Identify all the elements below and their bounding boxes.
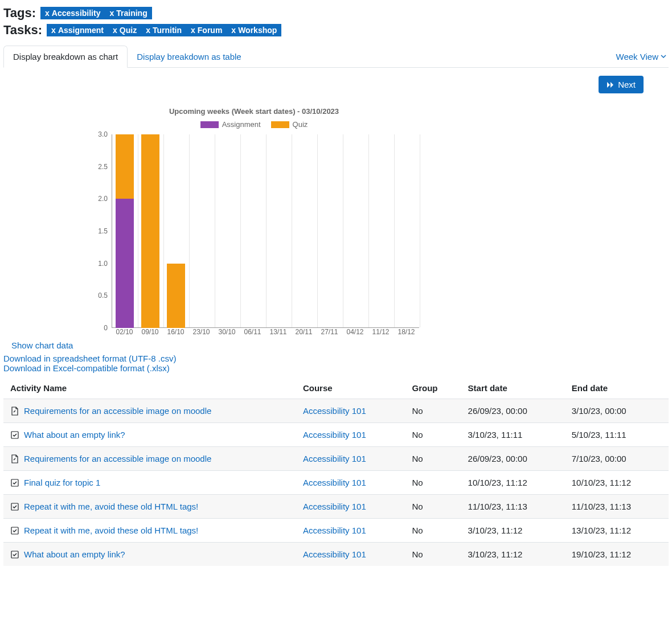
- download-csv-link[interactable]: Download in spreadsheet format (UTF-8 .c…: [3, 354, 176, 363]
- x-tick: 11/12: [368, 328, 394, 336]
- close-icon: x: [113, 26, 117, 35]
- group-cell: No: [405, 495, 461, 519]
- course-link[interactable]: Accessibility 101: [303, 526, 366, 535]
- group-cell: No: [405, 399, 461, 423]
- y-tick: 0: [104, 324, 112, 332]
- course-link[interactable]: Accessibility 101: [303, 406, 366, 416]
- activity-link[interactable]: Repeat it with me, avoid these old HTML …: [24, 502, 198, 511]
- x-tick: 23/10: [189, 328, 214, 336]
- group-cell: No: [405, 519, 461, 543]
- activity-link[interactable]: Requirements for an accessible image on …: [24, 454, 211, 463]
- chart-legend: AssignmentQuiz: [89, 120, 419, 129]
- legend-label: Quiz: [293, 120, 308, 129]
- quiz-icon: [10, 478, 19, 487]
- activity-link[interactable]: Final quiz for topic 1: [24, 478, 100, 487]
- tab-chart[interactable]: Display breakdown as chart: [3, 46, 128, 68]
- legend-swatch: [200, 121, 219, 128]
- end-date-cell: 5/10/23, 11:11: [565, 423, 669, 447]
- activity-link[interactable]: What about an empty link?: [24, 549, 125, 559]
- activity-link[interactable]: What about an empty link?: [24, 430, 125, 440]
- end-date-cell: 7/10/23, 00:00: [565, 447, 669, 471]
- x-tick: 06/11: [240, 328, 265, 336]
- table-row: Requirements for an accessible image on …: [3, 447, 669, 471]
- start-date-cell: 11/10/23, 11:13: [461, 495, 565, 519]
- course-link[interactable]: Accessibility 101: [303, 549, 366, 559]
- quiz-icon: [10, 550, 19, 559]
- course-link[interactable]: Accessibility 101: [303, 430, 366, 440]
- x-tick: 30/10: [214, 328, 240, 336]
- start-date-cell: 3/10/23, 11:12: [461, 519, 565, 543]
- column-header: Course: [296, 377, 405, 399]
- assignment-icon: [10, 454, 19, 463]
- close-icon: x: [191, 26, 195, 35]
- next-button[interactable]: Next: [599, 76, 644, 93]
- chart-title: Upcoming weeks (Week start dates) - 03/1…: [89, 107, 419, 116]
- end-date-cell: 11/10/23, 11:13: [565, 495, 669, 519]
- task-pill-forum[interactable]: x Forum: [186, 24, 227, 36]
- activities-table: Activity NameCourseGroupStart dateEnd da…: [3, 377, 669, 566]
- x-tick: 04/12: [342, 328, 368, 336]
- start-date-cell: 3/10/23, 11:11: [461, 423, 565, 447]
- start-date-cell: 26/09/23, 00:00: [461, 399, 565, 423]
- x-tick: 13/11: [265, 328, 291, 336]
- assignment-icon: [10, 407, 19, 416]
- task-pill-turnitin[interactable]: x Turnitin: [141, 24, 186, 36]
- quiz-icon: [10, 430, 19, 440]
- y-tick: 2.5: [98, 163, 112, 171]
- download-xlsx-link[interactable]: Download in Excel-compatible format (.xl…: [3, 363, 170, 373]
- view-selector[interactable]: Week View: [614, 46, 669, 67]
- y-tick: 1.0: [98, 260, 112, 268]
- svg-rect-4: [11, 551, 18, 558]
- svg-rect-3: [11, 527, 18, 534]
- course-link[interactable]: Accessibility 101: [303, 502, 366, 511]
- table-row: Final quiz for topic 1Accessibility 101N…: [3, 471, 669, 495]
- start-date-cell: 26/09/23, 00:00: [461, 447, 565, 471]
- course-link[interactable]: Accessibility 101: [303, 478, 366, 487]
- show-chart-data-link[interactable]: Show chart data: [11, 340, 73, 350]
- column-header: Activity Name: [3, 377, 296, 399]
- svg-rect-2: [11, 503, 18, 510]
- start-date-cell: 3/10/23, 11:12: [461, 543, 565, 567]
- tag-pill-accessibility[interactable]: x Accessibility: [40, 7, 105, 19]
- end-date-cell: 19/10/23, 11:12: [565, 543, 669, 567]
- tag-pill-training[interactable]: x Training: [105, 7, 151, 19]
- course-link[interactable]: Accessibility 101: [303, 454, 366, 463]
- end-date-cell: 13/10/23, 11:12: [565, 519, 669, 543]
- bar-segment-quiz: [116, 134, 134, 199]
- x-tick: 20/11: [291, 328, 317, 336]
- bar-02-10[interactable]: [116, 134, 134, 328]
- activity-link[interactable]: Requirements for an accessible image on …: [24, 406, 211, 416]
- bar-16-10[interactable]: [167, 264, 185, 328]
- legend-swatch: [271, 121, 289, 128]
- x-tick: 16/10: [163, 328, 189, 336]
- bar-segment-quiz: [141, 134, 159, 328]
- download-links: Show chart data Download in spreadsheet …: [3, 340, 669, 373]
- chevron-down-icon: [661, 54, 666, 59]
- legend-item-quiz[interactable]: Quiz: [271, 120, 308, 129]
- task-pill-workshop[interactable]: x Workshop: [227, 24, 281, 36]
- x-tick: 27/11: [317, 328, 342, 336]
- bar-segment-assignment: [116, 199, 134, 328]
- task-pill-assignment[interactable]: x Assignment: [47, 24, 108, 36]
- table-row: What about an empty link?Accessibility 1…: [3, 423, 669, 447]
- group-cell: No: [405, 543, 461, 567]
- tab-table[interactable]: Display breakdown as table: [128, 46, 250, 67]
- legend-item-assignment[interactable]: Assignment: [200, 120, 261, 129]
- bar-09-10[interactable]: [141, 134, 159, 328]
- svg-rect-0: [11, 432, 18, 438]
- view-selector-label: Week View: [616, 52, 658, 61]
- x-tick: 18/12: [394, 328, 419, 336]
- group-cell: No: [405, 447, 461, 471]
- chart-plot: 00.51.01.52.02.53.0: [112, 134, 419, 328]
- tab-bar: Display breakdown as chart Display break…: [3, 46, 669, 68]
- close-icon: x: [146, 26, 150, 35]
- y-tick: 3.0: [98, 130, 112, 138]
- task-pill-quiz[interactable]: x Quiz: [108, 24, 141, 36]
- chart-x-labels: 02/1009/1016/1023/1030/1006/1113/1120/11…: [112, 328, 419, 336]
- table-row: Repeat it with me, avoid these old HTML …: [3, 519, 669, 543]
- end-date-cell: 10/10/23, 11:12: [565, 471, 669, 495]
- next-button-label: Next: [618, 80, 636, 89]
- activity-link[interactable]: Repeat it with me, avoid these old HTML …: [24, 526, 198, 535]
- legend-label: Assignment: [222, 120, 261, 129]
- close-icon: x: [45, 9, 50, 18]
